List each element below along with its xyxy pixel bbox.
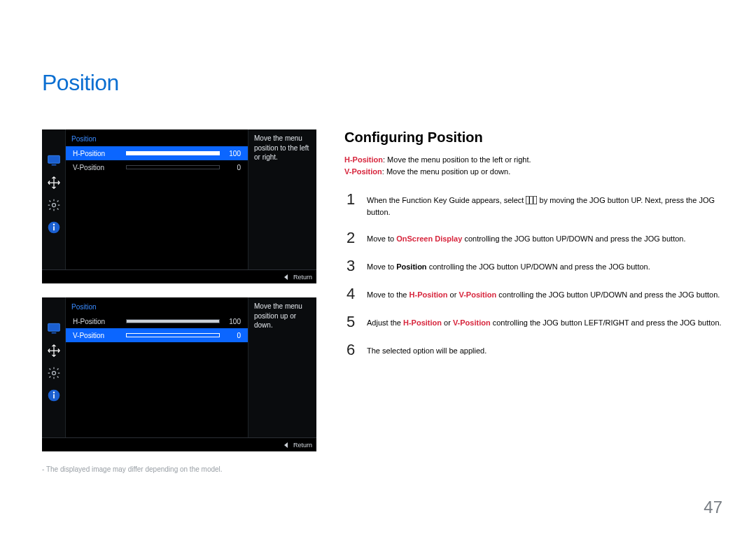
footnote: - The displayed image may differ dependi… [42,465,316,473]
step-2: 2 Move to OnScreen Display controlling t… [344,230,728,246]
step-text: controlling the JOG button LEFT/RIGHT an… [491,318,722,327]
osd-label: H-Position [73,150,126,157]
osd-slider [126,319,220,323]
step-3: 3 Move to Position controlling the JOG b… [344,258,728,274]
osd-hint: Move the menu position up or down. [248,297,316,437]
svg-point-5 [52,224,55,226]
step-text: controlling the JOG button UP/DOWN and p… [462,234,685,243]
osd-row-hposition: H-Position 100 [66,314,248,328]
step-5: 5 Adjust the H-Position or V-Position co… [344,314,728,330]
svg-rect-0 [48,155,59,163]
term-vposition: V-Position [344,167,382,176]
back-arrow-icon [284,442,288,448]
step-4: 4 Move to the H-Position or V-Position c… [344,286,728,302]
osd-label: H-Position [73,318,126,325]
osd-screenshot-vposition: Position H-Position 100 V-Position 0 [42,297,316,451]
page-title: Position [42,70,728,96]
svg-rect-12 [526,196,537,204]
svg-rect-1 [51,164,56,166]
step-number: 3 [344,258,357,274]
osd-sidebar [42,129,66,269]
osd-row-vposition: V-Position 0 [66,328,248,342]
back-arrow-icon [284,274,288,280]
step-number: 1 [344,192,357,207]
gear-icon [47,366,61,380]
osd-value: 100 [220,318,241,325]
step-number: 4 [344,286,357,302]
svg-point-2 [52,204,55,207]
monitor-icon [47,321,61,335]
section-title: Configuring Position [344,129,728,146]
instructions-column: Configuring Position H-Position: Move th… [344,129,728,370]
osd-slider [126,333,220,337]
step-text: Move to [367,234,396,243]
osd-row-hposition: H-Position 100 [66,146,248,160]
step-highlight: V-Position [453,318,491,327]
osd-slider [126,151,220,155]
svg-rect-6 [48,323,59,331]
menu-icon [526,196,537,204]
step-highlight: H-Position [403,318,442,327]
osd-hint: Move the menu position to the left or ri… [248,129,316,269]
osd-label: V-Position [73,332,126,339]
step-highlight: H-Position [410,290,448,299]
step-number: 5 [344,314,357,330]
step-text: Adjust the [367,318,403,327]
monitor-icon [47,153,61,167]
osd-value: 0 [220,164,241,171]
info-icon [47,220,61,234]
step-text: or [442,318,453,327]
move-icon [47,344,61,358]
osd-footer: Return [42,437,316,451]
step-text: or [448,290,459,299]
page-number: 47 [704,498,722,517]
osd-slider [126,165,220,169]
osd-footer: Return [42,269,316,283]
step-text: Move to the [367,290,410,299]
svg-point-11 [52,392,55,394]
step-text: Move to [367,262,396,271]
step-number: 6 [344,342,357,358]
screenshot-column: Position H-Position 100 V-Position 0 [42,129,316,473]
svg-rect-7 [51,332,56,334]
step-highlight: Position [396,262,426,271]
step-text: When the Function Key Guide appears, sel… [367,196,526,204]
osd-return-label: Return [293,274,312,281]
osd-value: 100 [220,150,241,157]
svg-point-8 [52,372,55,375]
osd-label: V-Position [73,164,126,171]
step-6: 6 The selected option will be applied. [344,342,728,358]
osd-row-vposition: V-Position 0 [66,160,248,174]
osd-title: Position [71,135,97,143]
info-icon [47,388,61,402]
step-1: 1 When the Function Key Guide appears, s… [344,192,728,218]
move-icon [47,176,61,190]
osd-title: Position [71,303,97,311]
osd-screenshot-hposition: Position H-Position 100 V-Position 0 [42,129,316,283]
gear-icon [47,198,61,212]
definitions: H-Position: Move the menu position to th… [344,154,728,178]
step-number: 2 [344,230,357,246]
osd-sidebar [42,297,66,437]
step-highlight: V-Position [458,290,496,299]
osd-value: 0 [220,332,241,339]
term-hposition: H-Position [344,155,383,164]
step-text: controlling the JOG button UP/DOWN and p… [427,262,650,271]
step-text: The selected option will be applied. [367,342,486,357]
step-text: controlling the JOG button UP/DOWN and p… [496,290,720,299]
osd-return-label: Return [293,442,312,449]
def-hposition: : Move the menu position to the left or … [383,155,531,164]
def-vposition: : Move the menu position up or down. [382,167,510,176]
step-highlight: OnScreen Display [396,234,462,243]
